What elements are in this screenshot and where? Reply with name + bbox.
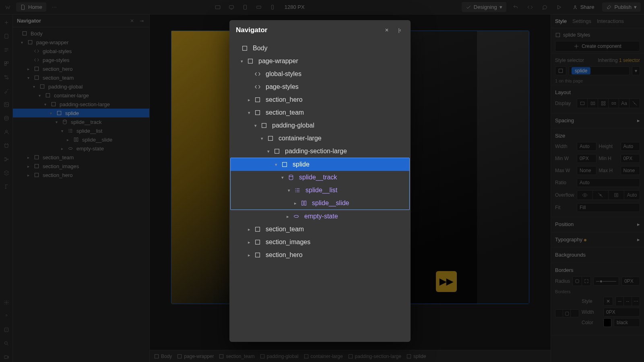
navigator-modal-tree: Body ▾page-wrapper global-styles page-st… xyxy=(229,40,411,342)
mnode-container-large[interactable]: ▾container-large xyxy=(229,132,411,145)
mnode-splide-slide[interactable]: ▸splide__slide xyxy=(231,197,409,210)
mnode-splide-list[interactable]: ▾splide__list xyxy=(231,184,409,197)
mnode-page-wrapper[interactable]: ▾page-wrapper xyxy=(229,55,411,68)
box-icon xyxy=(281,161,288,168)
mnode-section-hero-2[interactable]: ▸section_hero xyxy=(229,249,411,261)
svg-rect-67 xyxy=(268,136,273,141)
svg-rect-75 xyxy=(256,240,260,245)
mnode-section-team[interactable]: ▾section_team xyxy=(229,106,411,119)
box-icon xyxy=(274,148,280,154)
svg-rect-72 xyxy=(304,201,306,206)
box-icon xyxy=(242,45,248,51)
svg-rect-74 xyxy=(256,227,260,232)
navigator-modal: Navigator ✕ |‹ Body ▾page-wrapper global… xyxy=(229,20,411,342)
cms-list-icon xyxy=(294,187,301,193)
mnode-page-styles[interactable]: page-styles xyxy=(229,80,411,93)
box-icon xyxy=(247,58,254,64)
svg-rect-63 xyxy=(248,59,253,64)
mnode-section-hero[interactable]: ▸section_hero xyxy=(229,93,411,106)
svg-rect-65 xyxy=(256,111,260,115)
dock-modal-icon[interactable]: |‹ xyxy=(395,26,404,35)
svg-rect-76 xyxy=(256,253,260,257)
cms-wrapper-icon xyxy=(288,174,294,181)
cms-item-icon xyxy=(301,200,307,206)
box-icon xyxy=(267,135,274,142)
svg-point-73 xyxy=(294,215,299,217)
svg-rect-68 xyxy=(275,149,279,154)
mnode-global-styles[interactable]: global-styles xyxy=(229,68,411,80)
box-icon xyxy=(254,97,261,103)
box-icon xyxy=(254,109,261,116)
mnode-splide[interactable]: ▾splide xyxy=(231,158,409,171)
box-icon xyxy=(261,122,267,129)
navigator-modal-title: Navigator xyxy=(236,26,267,34)
svg-rect-66 xyxy=(262,123,266,128)
embed-icon xyxy=(254,71,261,77)
close-modal-icon[interactable]: ✕ xyxy=(382,26,391,35)
mnode-padding-section-large[interactable]: ▾padding-section-large xyxy=(229,145,411,158)
box-icon xyxy=(254,226,261,232)
svg-rect-64 xyxy=(256,98,260,102)
svg-rect-69 xyxy=(283,162,287,167)
navigator-modal-header: Navigator ✕ |‹ xyxy=(229,20,411,40)
box-icon xyxy=(254,239,261,245)
mnode-padding-global[interactable]: ▾padding-global xyxy=(229,119,411,132)
mnode-section-team-2[interactable]: ▸section_team xyxy=(229,223,411,236)
svg-point-70 xyxy=(289,175,293,177)
svg-rect-71 xyxy=(302,201,303,206)
mnode-body[interactable]: Body xyxy=(229,42,411,55)
mnode-empty-state[interactable]: ▸empty-state xyxy=(229,210,411,223)
mnode-splide-track[interactable]: ▾splide__track xyxy=(231,171,409,184)
embed-icon xyxy=(254,84,261,90)
cms-empty-icon xyxy=(293,213,299,220)
mnode-section-images[interactable]: ▸section_images xyxy=(229,236,411,249)
svg-rect-62 xyxy=(243,46,247,51)
box-icon xyxy=(254,252,261,258)
